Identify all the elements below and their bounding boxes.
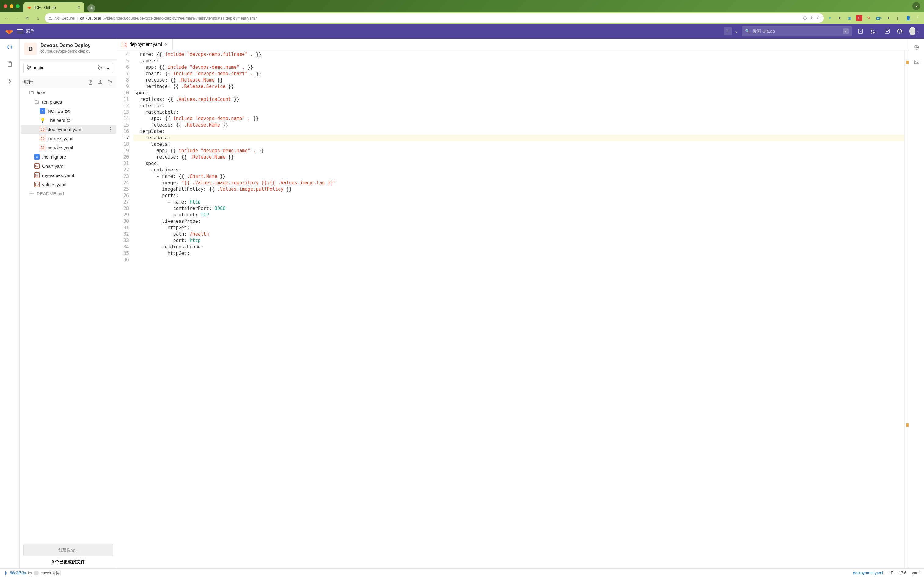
menu-icon[interactable]: ⋮	[915, 15, 921, 21]
language-mode[interactable]: yaml	[912, 571, 920, 575]
tree-item-README-md[interactable]: •••README.md	[21, 189, 116, 198]
close-tab-icon[interactable]: ✕	[77, 5, 80, 10]
create-button[interactable]: ＋	[724, 27, 732, 35]
yaml-file-icon: {..}	[40, 127, 45, 132]
folder-icon	[34, 99, 40, 105]
code-editor[interactable]: 4567891011121314151617181920212223242526…	[118, 50, 909, 569]
yaml-file-icon: {..}	[40, 136, 45, 141]
tree-item-templates[interactable]: templates	[21, 97, 116, 106]
maximize-window-button[interactable]	[16, 4, 19, 8]
ext-icon-4[interactable]: P	[856, 15, 862, 21]
ext-icon-3[interactable]: ◉	[847, 15, 853, 21]
share-icon[interactable]: ⇧	[810, 15, 813, 21]
chevron-down-icon: - ⌄	[104, 65, 110, 70]
author-name: cnych	[41, 571, 51, 575]
gitlab-logo-icon[interactable]	[5, 27, 13, 35]
profile-icon[interactable]: 👤	[905, 15, 911, 21]
collapse-button[interactable]	[913, 2, 920, 10]
status-filename[interactable]: deployment.yaml	[853, 571, 883, 575]
browser-tab[interactable]: IDE · GitLab ✕	[23, 2, 84, 12]
tree-item-NOTES-txt[interactable]: ≡NOTES.txt	[21, 106, 116, 116]
svg-point-8	[9, 81, 10, 82]
reload-button[interactable]: ⟳	[24, 15, 31, 22]
ext-icon-2[interactable]: ✦	[837, 15, 843, 21]
user-menu[interactable]: ⌄	[910, 26, 919, 36]
svg-point-9	[27, 66, 28, 67]
close-tab-icon[interactable]: ✕	[164, 42, 168, 47]
new-folder-icon[interactable]	[107, 79, 113, 85]
pipeline-icon[interactable]	[914, 44, 920, 50]
gitlab-header: 菜单 ＋ ⌄ 🔍 / ⌄ ⌄ ⌄	[0, 24, 924, 39]
line-ending[interactable]: LF	[889, 571, 893, 575]
changed-files-label: 0 个已更改的文件	[23, 556, 113, 565]
commit-sha[interactable]: 66c3f63a	[10, 571, 26, 575]
sidepanel-icon[interactable]: ▯	[895, 15, 901, 21]
minimize-window-button[interactable]	[10, 4, 13, 8]
template-file-icon: 💡	[40, 118, 45, 123]
tree-item-values-yaml[interactable]: {..}values.yaml	[21, 180, 116, 189]
branch-selector[interactable]: main - ⌄	[23, 63, 113, 73]
tree-item-deployment-yaml[interactable]: {..}deployment.yaml⋮	[21, 125, 116, 134]
terminal-icon[interactable]	[914, 59, 920, 65]
tree-item-my-values-yaml[interactable]: {..}my-values.yaml	[21, 171, 116, 180]
editor-tab[interactable]: {..} deployment.yaml ✕	[118, 39, 173, 50]
create-dropdown-icon[interactable]: ⌄	[734, 29, 738, 34]
editor: {..} deployment.yaml ✕ 45678910111213141…	[118, 39, 909, 569]
svg-point-1	[871, 29, 872, 30]
extensions-icon[interactable]: ✦	[885, 15, 892, 21]
tree-item-Chart-yaml[interactable]: {..}Chart.yaml	[21, 161, 116, 171]
tree-item-label: Chart.yaml	[42, 163, 64, 169]
address-bar: ← → ⟳ ⌂ ⚠ Not Secure | git.k8s.local/-/i…	[0, 12, 924, 24]
by-label: by	[28, 571, 32, 575]
project-path: course/devops-demo-deploy	[40, 49, 90, 53]
file-tree: helmtemplates≡NOTES.txt💡_helpers.tpl{..}…	[19, 88, 117, 540]
code-content[interactable]: name: {{ include "devops-demo.fullname" …	[133, 50, 905, 569]
author-avatar	[34, 571, 39, 575]
gitlab-favicon-icon	[27, 5, 32, 10]
security-warning-icon: ⚠	[48, 16, 52, 21]
forward-button[interactable]: →	[13, 15, 21, 22]
bookmark-icon[interactable]: ☆	[816, 15, 820, 21]
tree-item-service-yaml[interactable]: {..}service.yaml	[21, 143, 116, 152]
search-input[interactable]	[753, 29, 840, 34]
activity-edit-icon[interactable]	[5, 42, 14, 52]
yaml-file-icon: {..}	[34, 172, 40, 178]
activity-commit-icon[interactable]	[5, 76, 14, 86]
url-input[interactable]: ⚠ Not Secure | git.k8s.local/-/ide/proje…	[45, 13, 824, 23]
project-title: Devops Demo Deploy	[40, 43, 90, 48]
upload-icon[interactable]	[97, 79, 103, 85]
translate-icon[interactable]: ⓘ	[803, 15, 807, 21]
ext-icon-5[interactable]: ✎	[866, 15, 872, 21]
close-window-button[interactable]	[4, 4, 7, 8]
issues-icon[interactable]	[856, 26, 865, 36]
home-button[interactable]: ⌂	[34, 15, 42, 22]
create-commit-button[interactable]: 创建提交...	[23, 544, 113, 556]
minimap[interactable]	[905, 50, 909, 569]
tree-item-helm[interactable]: helm	[21, 88, 116, 97]
todos-icon[interactable]	[882, 26, 892, 36]
status-bar: 66c3f63a by cnych 刚刚 deployment.yaml LF …	[0, 569, 924, 577]
activity-review-icon[interactable]	[5, 59, 14, 69]
tree-item--helmignore[interactable]: ≡.helmignore	[21, 152, 116, 161]
tree-item-_helpers-tpl[interactable]: 💡_helpers.tpl	[21, 116, 116, 125]
browser-chrome: IDE · GitLab ✕ + ← → ⟳ ⌂ ⚠ Not Secure | …	[0, 0, 924, 24]
search-box[interactable]: 🔍 /	[742, 26, 852, 36]
back-button[interactable]: ←	[3, 15, 10, 22]
merge-requests-icon[interactable]: ⌄	[869, 26, 879, 36]
more-icon[interactable]: ⋮	[108, 127, 113, 132]
tab-filename: deployment.yaml	[130, 42, 162, 47]
new-tab-button[interactable]: +	[87, 4, 95, 12]
cursor-position[interactable]: 17:6	[899, 571, 906, 575]
ext-icon-6[interactable]: ▦0	[876, 15, 882, 21]
yaml-file-icon: {..}	[122, 42, 127, 47]
tree-item-ingress-yaml[interactable]: {..}ingress.yaml	[21, 134, 116, 143]
new-file-icon[interactable]	[88, 79, 93, 85]
svg-point-10	[27, 69, 28, 70]
tree-item-label: _helpers.tpl	[48, 118, 71, 123]
help-icon[interactable]: ⌄	[896, 26, 906, 36]
project-header: D Devops Demo Deploy course/devops-demo-…	[19, 39, 117, 60]
tree-item-label: my-values.yaml	[42, 172, 74, 178]
ext-icon-1[interactable]: ♥	[827, 15, 833, 21]
menu-button[interactable]: 菜单	[17, 28, 34, 34]
tree-item-label: values.yaml	[42, 182, 66, 187]
